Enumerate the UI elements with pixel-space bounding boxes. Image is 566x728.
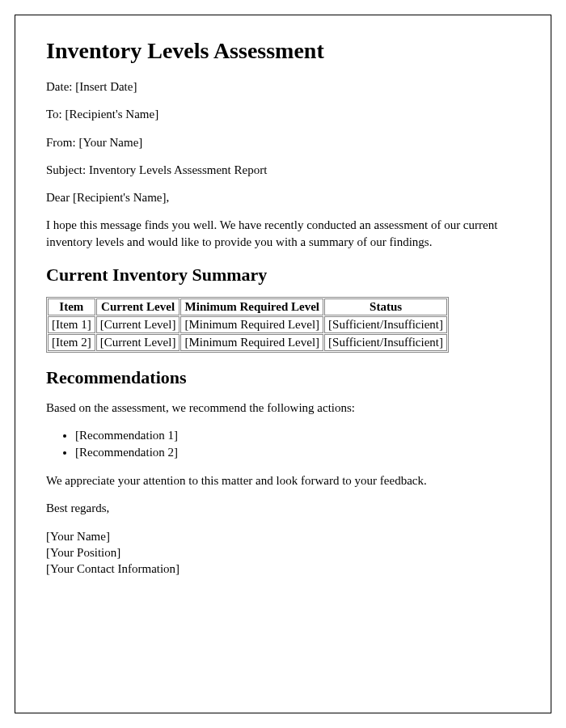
cell-min: [Minimum Required Level] [180, 316, 323, 333]
col-item: Item [48, 298, 95, 315]
subject-label: Subject: [46, 163, 89, 176]
col-current-level: Current Level [96, 298, 180, 315]
to-label: To: [46, 108, 65, 121]
recommendations-list: [Recommendation 1] [Recommendation 2] [75, 427, 520, 461]
table-header-row: Item Current Level Minimum Required Leve… [48, 298, 447, 315]
intro-paragraph: I hope this message finds you well. We h… [46, 217, 520, 250]
page-title: Inventory Levels Assessment [46, 38, 520, 64]
signature-name: [Your Name] [46, 528, 520, 544]
from-line: From: [Your Name] [46, 134, 520, 150]
col-min-level: Minimum Required Level [180, 298, 323, 315]
closing-paragraph: We appreciate your attention to this mat… [46, 472, 520, 489]
cell-min: [Minimum Required Level] [180, 334, 323, 351]
col-status: Status [324, 298, 447, 315]
summary-heading: Current Inventory Summary [46, 265, 520, 286]
cell-current: [Current Level] [96, 316, 180, 333]
signature-block: [Your Name] [Your Position] [Your Contac… [46, 528, 520, 578]
table-row: [Item 2] [Current Level] [Minimum Requir… [48, 334, 447, 351]
cell-item: [Item 2] [48, 334, 95, 351]
from-value: [Your Name] [78, 136, 142, 149]
table-row: [Item 1] [Current Level] [Minimum Requir… [48, 316, 447, 333]
to-line: To: [Recipient's Name] [46, 106, 520, 122]
recommendations-heading: Recommendations [46, 367, 520, 388]
document-page: Inventory Levels Assessment Date: [Inser… [15, 15, 551, 713]
signature-position: [Your Position] [46, 544, 520, 561]
to-value: [Recipient's Name] [65, 108, 159, 121]
list-item: [Recommendation 1] [75, 427, 520, 444]
cell-current: [Current Level] [96, 334, 180, 351]
cell-item: [Item 1] [48, 316, 95, 333]
subject-value: Inventory Levels Assessment Report [89, 163, 267, 176]
date-line: Date: [Insert Date] [46, 78, 520, 95]
from-label: From: [46, 136, 78, 149]
subject-line: Subject: Inventory Levels Assessment Rep… [46, 162, 520, 178]
list-item: [Recommendation 2] [75, 444, 520, 461]
salutation: Dear [Recipient's Name], [46, 189, 520, 205]
date-value: [Insert Date] [75, 80, 137, 93]
cell-status: [Sufficient/Insufficient] [324, 316, 447, 333]
inventory-table: Item Current Level Minimum Required Leve… [46, 297, 449, 353]
cell-status: [Sufficient/Insufficient] [324, 334, 447, 351]
recommendations-intro: Based on the assessment, we recommend th… [46, 400, 520, 416]
date-label: Date: [46, 80, 75, 93]
signoff: Best regards, [46, 500, 520, 516]
signature-contact: [Your Contact Information] [46, 561, 520, 577]
